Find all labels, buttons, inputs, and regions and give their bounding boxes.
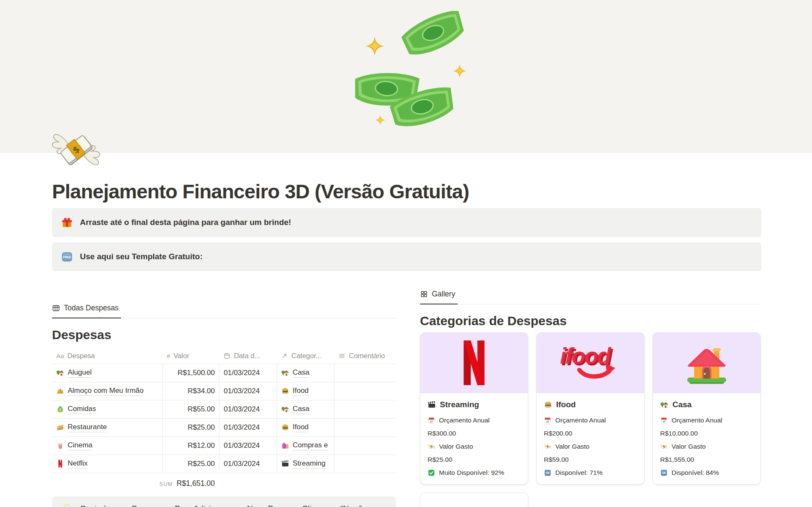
expense-name[interactable]: Restaurante <box>68 423 107 432</box>
ok-button-icon <box>660 469 668 477</box>
sum-label: SUM <box>159 481 173 487</box>
expense-comment[interactable] <box>334 437 396 455</box>
leafy-green-icon <box>56 405 64 413</box>
spent-label: Valor Gasto <box>672 443 706 450</box>
money-with-wings-icon <box>660 443 668 450</box>
column-categoria[interactable]: Categor... <box>277 348 334 364</box>
expense-comment[interactable] <box>334 382 396 400</box>
expense-category[interactable]: Casa <box>293 368 310 378</box>
expense-name[interactable]: Comidas <box>68 405 96 414</box>
expense-comment[interactable] <box>334 400 396 418</box>
burger-icon <box>281 387 289 395</box>
netflix-icon <box>56 460 64 468</box>
expense-category[interactable]: Casa <box>293 405 310 414</box>
expense-value[interactable]: R$55.00 <box>162 400 219 418</box>
page-title[interactable]: Planejamento Financeiro 3D (Versão Gratu… <box>52 179 761 203</box>
card-streaming[interactable]: Streaming Orçamento Anual R$300.00 Valor… <box>420 332 528 485</box>
expense-category[interactable]: Streaming <box>293 459 325 469</box>
budget-value: R$10,000.00 <box>660 430 753 437</box>
expense-date[interactable]: 01/03/2024 <box>219 382 277 400</box>
table-row[interactable]: Comidas R$55.00 01/03/2024 Casa <box>52 400 396 419</box>
tab-todas-despesas-label: Todas Despesas <box>64 304 118 312</box>
next-card-partial[interactable] <box>420 493 528 507</box>
expense-name[interactable]: Almoço com Meu Irmão <box>68 386 144 396</box>
tear-calendar-icon <box>544 417 551 424</box>
ifood-logo <box>550 339 631 386</box>
expense-category[interactable]: Ifood <box>293 423 309 432</box>
table-row[interactable]: Cinema R$12.00 01/03/2024 Compras e <box>52 437 396 455</box>
notion-page: Planejamento Financeiro 3D (Versão Gratu… <box>0 0 812 507</box>
table-sum[interactable]: SUM R$1,651.00 <box>52 473 219 491</box>
card-ifood[interactable]: Ifood Orçamento Anual R$200.00 Valor Gas… <box>536 332 645 485</box>
status-text: Disponível: 71% <box>555 469 603 477</box>
table-row[interactable]: Restaurante R$25.00 01/03/2024 Ifood <box>52 419 396 437</box>
expense-date[interactable]: 01/03/2024 <box>219 437 277 455</box>
table-row[interactable]: Almoço com Meu Irmão R$34.00 01/03/2024 … <box>52 382 396 400</box>
money-with-wings-icon[interactable] <box>51 124 102 175</box>
money-with-wings-icon <box>428 443 435 450</box>
expense-comment[interactable] <box>334 364 396 382</box>
tab-gallery[interactable]: Gallery <box>420 290 458 304</box>
text-property-icon: Aa <box>56 352 64 359</box>
callout-brinde-text: Arraste até o final desta página para ga… <box>80 218 291 227</box>
money-with-wings-icon <box>544 443 551 450</box>
expense-comment[interactable] <box>334 419 396 436</box>
house-icon <box>56 369 64 377</box>
expense-category[interactable]: Compras e <box>293 441 328 450</box>
expense-date[interactable]: 01/03/2024 <box>219 364 277 382</box>
column-despesa[interactable]: Aa Despesa <box>52 348 162 364</box>
column-data[interactable]: Data d... <box>219 348 277 364</box>
tab-todas-despesas[interactable]: Todas Despesas <box>52 304 121 318</box>
flying-money-illustration <box>353 11 480 138</box>
expense-value[interactable]: R$1,500.00 <box>162 364 219 382</box>
card-streaming-cover <box>420 333 528 393</box>
house-icon <box>281 405 289 413</box>
expense-value[interactable]: R$34.00 <box>162 382 219 400</box>
expense-value[interactable]: R$25.00 <box>162 419 219 436</box>
lines-property-icon <box>338 352 346 359</box>
clapper-icon <box>281 460 289 468</box>
card-casa[interactable]: Casa Orçamento Anual R$10,000.00 Valor G… <box>653 332 761 485</box>
sandwich-icon <box>56 423 64 431</box>
tear-calendar-icon <box>428 417 435 424</box>
shopping-bags-icon <box>281 441 289 449</box>
card-title: Streaming <box>440 400 479 409</box>
gallery-view-icon <box>420 290 428 298</box>
expense-date[interactable]: 01/03/2024 <box>219 400 277 418</box>
budget-label: Orçamento Anual <box>672 417 722 424</box>
categories-section: Gallery Categorias de Despesas Streaming <box>420 290 761 507</box>
clapper-icon <box>428 400 436 409</box>
table-row[interactable]: Aluguel R$1,500.00 01/03/2024 Casa <box>52 364 396 382</box>
spent-label: Valor Gasto <box>555 443 590 450</box>
budget-label: Orçamento Anual <box>555 417 606 424</box>
table-row[interactable]: Netflix R$25.00 01/03/2024 Streaming <box>52 455 396 473</box>
column-valor[interactable]: # Valor <box>162 348 219 364</box>
expenses-table-header: Aa Despesa # Valor Data d... <box>52 348 396 364</box>
expense-name[interactable]: Aluguel <box>68 368 92 378</box>
casa-3d-house-logo <box>667 339 747 386</box>
column-comentario[interactable]: Comentário <box>334 348 396 364</box>
callout-template: Use aqui seu Template Gratuito: <box>52 242 761 271</box>
expense-name[interactable]: Cinema <box>68 441 93 450</box>
page-cover <box>0 0 812 153</box>
burger-icon <box>544 400 552 409</box>
burger-icon <box>281 423 289 431</box>
callout-controle: Controle suas Despesas - Para Adicionar … <box>52 496 396 507</box>
card-title: Casa <box>672 400 691 409</box>
expenses-heading: Despesas <box>52 328 396 342</box>
expense-value[interactable]: R$25.00 <box>162 455 219 473</box>
expense-comment[interactable] <box>334 455 396 473</box>
category-cards: Streaming Orçamento Anual R$300.00 Valor… <box>420 332 761 485</box>
expense-value[interactable]: R$12.00 <box>162 437 219 455</box>
callout-template-text: Use aqui seu Template Gratuito: <box>80 252 203 261</box>
expense-date[interactable]: 01/03/2024 <box>219 455 277 473</box>
callout-controle-text: Controle suas Despesas - Para Adicionar … <box>80 504 362 507</box>
budget-value: R$200.00 <box>544 430 637 437</box>
bulb-icon <box>61 503 73 507</box>
expense-date[interactable]: 01/03/2024 <box>219 419 277 436</box>
expense-name[interactable]: Netflix <box>68 459 88 469</box>
house-icon <box>281 369 289 377</box>
expense-category[interactable]: Ifood <box>293 386 309 396</box>
relation-property-icon <box>281 352 288 359</box>
card-ifood-cover <box>537 333 644 393</box>
